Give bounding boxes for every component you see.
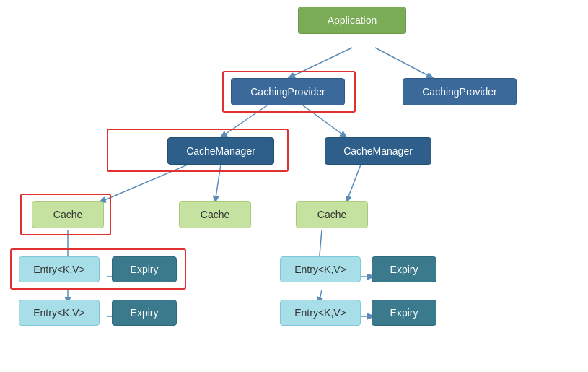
- svg-line-2: [221, 105, 267, 137]
- cache-1-node: Cache: [32, 201, 104, 228]
- application-node: Application: [298, 7, 406, 34]
- entry-3a-node: Entry<K,V>: [280, 256, 361, 282]
- diagram: Application CachingProvider CachingProvi…: [0, 0, 588, 372]
- cache-manager-2-node: CacheManager: [325, 137, 431, 165]
- svg-line-0: [289, 48, 352, 78]
- expiry-3a-node: Expiry: [372, 256, 436, 282]
- entry-1b-node: Entry<K,V>: [19, 300, 100, 326]
- expiry-1a-node: Expiry: [112, 256, 177, 282]
- cache-3-node: Cache: [296, 201, 368, 228]
- svg-line-6: [346, 165, 361, 202]
- svg-line-1: [375, 48, 433, 78]
- expiry-3b-node: Expiry: [372, 300, 436, 326]
- svg-line-4: [100, 165, 188, 202]
- caching-provider-2-node: CachingProvider: [403, 78, 517, 105]
- caching-provider-1-node: CachingProvider: [231, 78, 345, 105]
- svg-line-5: [215, 165, 221, 202]
- expiry-1b-node: Expiry: [112, 300, 177, 326]
- cache-2-node: Cache: [179, 201, 251, 228]
- entry-3b-node: Entry<K,V>: [280, 300, 361, 326]
- entry-1a-node: Entry<K,V>: [19, 256, 100, 282]
- cache-manager-1-node: CacheManager: [167, 137, 274, 165]
- svg-line-3: [303, 105, 346, 137]
